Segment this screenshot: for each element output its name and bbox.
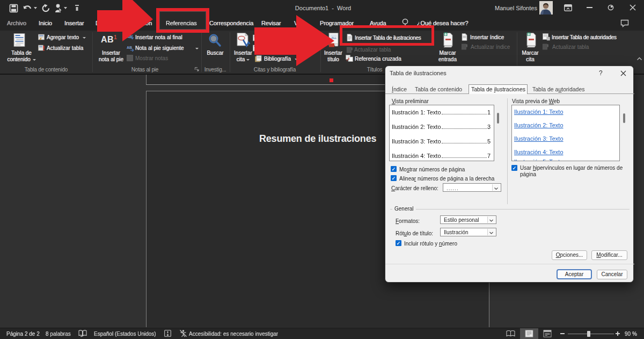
svg-text:AB: AB	[127, 46, 132, 49]
